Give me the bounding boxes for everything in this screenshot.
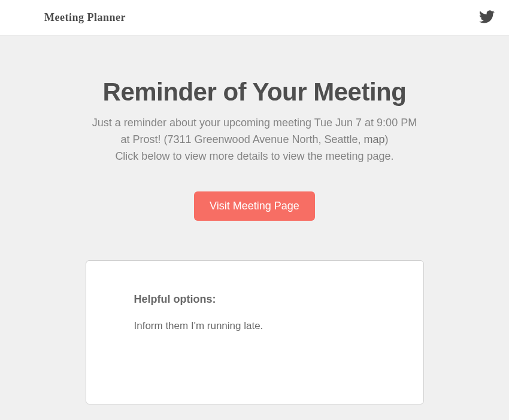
options-heading: Helpful options: — [134, 293, 375, 306]
main-content: Reminder of Your Meeting Just a reminder… — [0, 36, 509, 420]
option-running-late[interactable]: Inform them I'm running late. — [134, 320, 375, 332]
visit-meeting-button[interactable]: Visit Meeting Page — [194, 191, 315, 221]
reminder-subtitle: Just a reminder about your upcoming meet… — [87, 115, 422, 165]
page-title: Reminder of Your Meeting — [0, 78, 509, 106]
brand-logo[interactable]: Meeting Planner — [44, 11, 126, 24]
twitter-icon[interactable] — [479, 9, 495, 27]
subtitle-text-2: Click below to view more details to view… — [115, 150, 393, 162]
header: Meeting Planner — [0, 0, 509, 36]
subtitle-text-1-end: ) — [384, 133, 388, 145]
options-card: Helpful options: Inform them I'm running… — [86, 260, 424, 404]
map-link[interactable]: map — [363, 133, 384, 145]
